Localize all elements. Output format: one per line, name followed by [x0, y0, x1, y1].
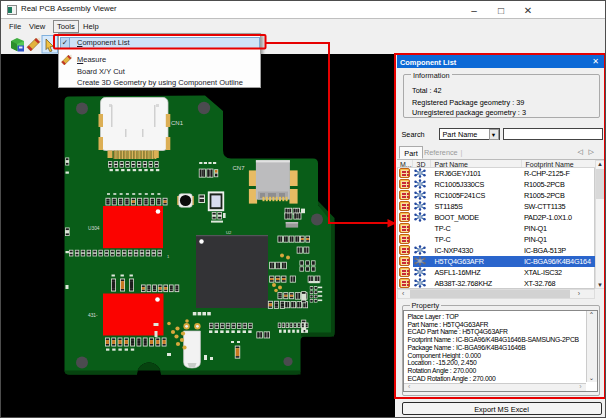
- svg-text:U304: U304: [88, 226, 100, 231]
- svg-text:CN7: CN7: [233, 165, 246, 171]
- svg-text:CN1: CN1: [171, 120, 184, 126]
- svg-text:431-: 431-: [88, 313, 98, 318]
- svg-text:U2: U2: [226, 230, 232, 235]
